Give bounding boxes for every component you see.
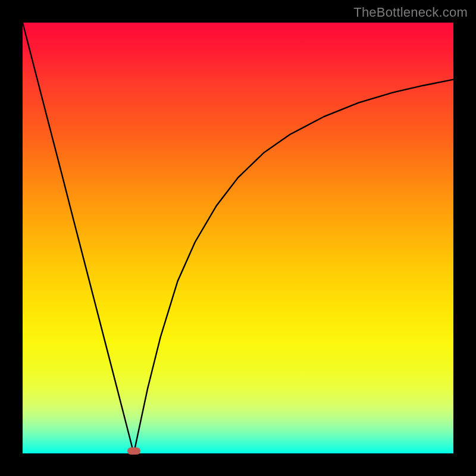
vertex-marker — [127, 447, 140, 455]
outer-frame: TheBottleneck.com — [0, 0, 476, 476]
watermark-text: TheBottleneck.com — [353, 5, 468, 20]
chart-plot-area — [23, 23, 453, 453]
bottleneck-curve — [23, 23, 453, 453]
